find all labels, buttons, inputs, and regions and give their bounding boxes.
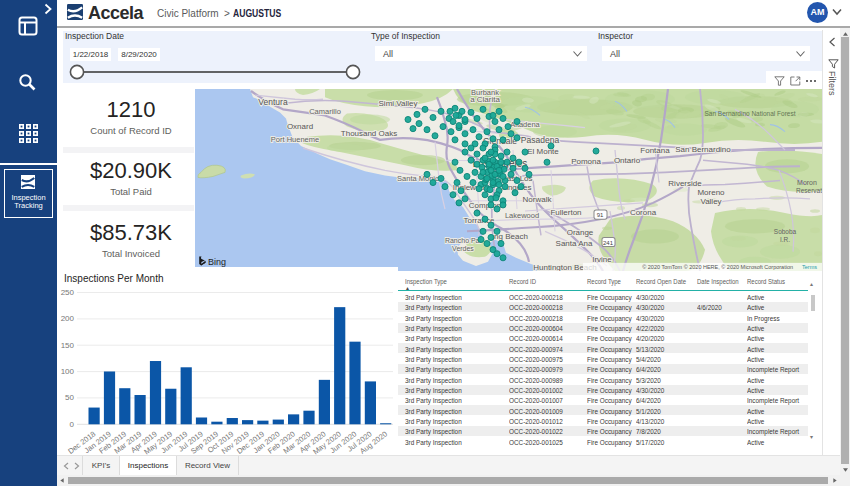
svg-text:91: 91: [597, 212, 604, 218]
svg-text:Santa Ana: Santa Ana: [556, 239, 593, 248]
svg-text:Lakewood: Lakewood: [505, 211, 539, 220]
svg-text:Ontario: Ontario: [614, 156, 641, 165]
svg-text:Camarillo: Camarillo: [309, 107, 341, 116]
svg-text:241: 241: [603, 240, 614, 246]
svg-text:100: 100: [61, 367, 75, 376]
svg-text:Fullerton: Fullerton: [550, 208, 581, 217]
svg-text:Inspections Per Month: Inspections Per Month: [64, 273, 164, 284]
svg-text:Verdes: Verdes: [452, 245, 474, 252]
svg-text:Santa Monica: Santa Monica: [397, 173, 444, 182]
svg-text:Ventura: Ventura: [258, 97, 288, 107]
svg-text:Soboba: Soboba: [774, 228, 797, 235]
svg-text:Moron: Moron: [797, 179, 817, 186]
svg-text:Rancho Pal: Rancho Pal: [445, 236, 482, 243]
svg-text:Norwalk: Norwalk: [523, 195, 553, 204]
svg-text:150: 150: [61, 341, 75, 350]
svg-text:Simi Valley: Simi Valley: [379, 99, 418, 108]
svg-text:Corona: Corona: [630, 208, 657, 217]
svg-text:50: 50: [65, 393, 74, 402]
svg-text:Thousand Oaks: Thousand Oaks: [341, 129, 397, 138]
svg-text:San Bernardino: San Bernardino: [675, 145, 731, 154]
svg-text:Port Hueneme: Port Hueneme: [271, 135, 319, 144]
svg-text:Moreno: Moreno: [697, 188, 725, 197]
svg-text:Reservat: Reservat: [796, 187, 822, 194]
svg-text:I.R.: I.R.: [780, 235, 790, 242]
svg-text:Pomona: Pomona: [571, 157, 601, 166]
svg-text:Pasadena: Pasadena: [521, 135, 559, 145]
svg-text:© 2020 TomTom © 2020 HERE, © 2: © 2020 TomTom © 2020 HERE, © 2020 Micros…: [642, 264, 793, 270]
svg-text:200: 200: [61, 314, 75, 323]
svg-text:250: 250: [61, 288, 75, 297]
svg-text:El Monte: El Monte: [527, 147, 559, 156]
svg-text:Burbank: Burbank: [471, 89, 499, 97]
svg-text:Valley: Valley: [700, 197, 721, 206]
svg-text:Fontana: Fontana: [640, 146, 670, 155]
svg-text:Bing: Bing: [208, 257, 226, 267]
svg-text:Orange: Orange: [567, 228, 594, 237]
svg-text:Terms: Terms: [802, 264, 817, 270]
svg-text:Oxnard: Oxnard: [287, 122, 313, 131]
svg-text:0: 0: [70, 420, 75, 429]
svg-text:Riverside: Riverside: [668, 179, 702, 188]
svg-text:San Bernardino National Forest: San Bernardino National Forest: [705, 110, 796, 117]
